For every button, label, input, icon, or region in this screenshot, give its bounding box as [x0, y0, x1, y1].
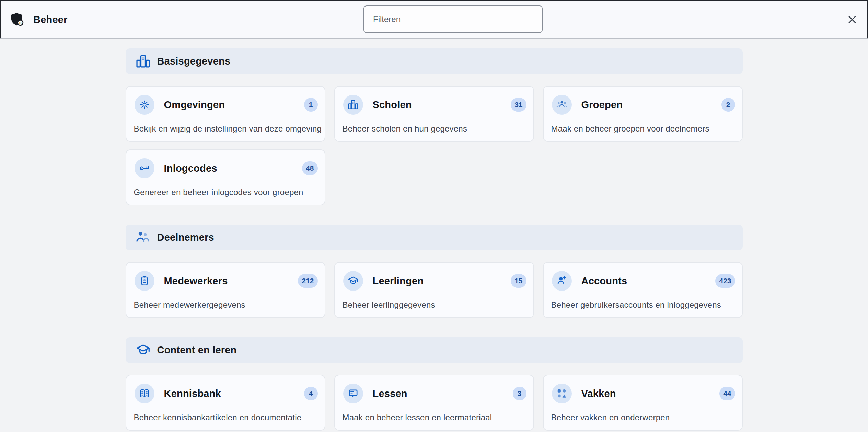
filter-input[interactable] — [363, 5, 543, 33]
card-description: Beheer medewerkergegevens — [134, 300, 245, 310]
card-header-row: Vakken 44 — [552, 384, 735, 403]
count-badge: 2 — [721, 98, 735, 112]
card-description: Genereer en beheer inlogcodes voor groep… — [134, 187, 303, 197]
card-kennisbank[interactable]: Kennisbank 4 Beheer kennisbankartikelen … — [126, 375, 325, 431]
presentation-icon — [343, 384, 363, 403]
card-scholen[interactable]: Scholen 31 Beheer scholen en hun gegeven… — [334, 86, 534, 142]
card-vakken[interactable]: Vakken 44 Beheer vakken en onderwerpen — [543, 375, 743, 431]
close-icon — [846, 14, 858, 26]
card-title: Groepen — [581, 99, 721, 111]
card-description: Beheer vakken en onderwerpen — [551, 413, 670, 422]
card-header-row: Leerlingen 15 — [343, 271, 526, 291]
count-badge: 48 — [302, 161, 317, 175]
svg-text:e: e — [19, 20, 22, 25]
section-content-en-leren: Content en leren Kennisbank 4 Beheer ken… — [126, 337, 743, 431]
section-header-basisgegevens: Basisgegevens — [126, 48, 743, 74]
card-title: Omgevingen — [164, 99, 304, 111]
card-header-row: Omgevingen 1 — [135, 95, 318, 115]
card-description: Maak en beheer lessen en leermateriaal — [343, 413, 492, 422]
card-title: Kennisbank — [164, 388, 304, 399]
card-description: Beheer gebruikersaccounts en inloggegeve… — [551, 300, 721, 310]
card-title: Leerlingen — [373, 275, 511, 287]
sun-icon — [135, 95, 154, 115]
card-grid: Omgevingen 1 Bekijk en wijzig de instell… — [126, 86, 743, 205]
count-badge: 423 — [715, 274, 735, 288]
count-badge: 3 — [513, 387, 526, 400]
count-badge: 15 — [511, 274, 526, 288]
card-grid: Medewerkers 212 Beheer medewerkergegeven… — [126, 262, 743, 318]
building-icon — [135, 54, 151, 69]
card-header-row: Kennisbank 4 — [135, 384, 318, 403]
card-medewerkers[interactable]: Medewerkers 212 Beheer medewerkergegeven… — [126, 262, 325, 318]
count-badge: 31 — [511, 98, 526, 112]
id-badge-icon — [135, 271, 154, 291]
section-header-content-en-leren: Content en leren — [126, 337, 743, 363]
card-leerlingen[interactable]: Leerlingen 15 Beheer leerlinggegevens — [334, 262, 534, 318]
key-icon — [135, 158, 154, 178]
sections-container: Basisgegevens Omgevingen 1 Bekijk en wij… — [126, 39, 743, 431]
card-title: Medewerkers — [164, 275, 298, 287]
person-plus-icon — [552, 271, 572, 291]
people-icon — [135, 230, 151, 246]
shapes-icon — [552, 384, 572, 403]
count-badge: 4 — [304, 387, 318, 400]
card-title: Scholen — [373, 99, 511, 111]
card-header-row: Medewerkers 212 — [135, 271, 318, 291]
count-badge: 1 — [304, 98, 318, 112]
card-grid: Kennisbank 4 Beheer kennisbankartikelen … — [126, 375, 743, 431]
card-description: Beheer leerlinggegevens — [343, 300, 435, 310]
card-inlogcodes[interactable]: Inlogcodes 48 Genereer en beheer inlogco… — [126, 149, 325, 205]
count-badge: 212 — [298, 274, 317, 288]
card-description: Beheer scholen en hun gegevens — [343, 124, 467, 134]
group-icon — [552, 95, 572, 115]
section-title: Deelnemers — [157, 232, 214, 243]
card-header-row: Inlogcodes 48 — [135, 158, 318, 178]
card-header-row: Groepen 2 — [552, 95, 735, 115]
card-title: Lessen — [373, 388, 513, 399]
graduation-cap-icon — [343, 271, 363, 291]
card-description: Beheer kennisbankartikelen en documentat… — [134, 413, 302, 422]
open-book-icon — [135, 384, 154, 403]
close-button[interactable] — [843, 10, 862, 30]
card-description: Maak en beheer groepen voor deelnemers — [551, 124, 709, 134]
card-title: Inlogcodes — [164, 163, 302, 174]
card-header-row: Scholen 31 — [343, 95, 526, 115]
app-branding: e Beheer — [1, 1, 68, 38]
card-accounts[interactable]: Accounts 423 Beheer gebruikersaccounts e… — [543, 262, 743, 318]
graduation-cap-icon — [135, 342, 151, 358]
section-deelnemers: Deelnemers Medewerkers 212 Beheer medewe… — [126, 225, 743, 318]
card-title: Vakken — [581, 388, 720, 399]
section-basisgegevens: Basisgegevens Omgevingen 1 Bekijk en wij… — [126, 48, 743, 205]
building-icon — [343, 95, 363, 115]
card-omgevingen[interactable]: Omgevingen 1 Bekijk en wijzig de instell… — [126, 86, 325, 142]
section-title: Content en leren — [157, 344, 237, 356]
card-header-row: Accounts 423 — [552, 271, 735, 291]
section-title: Basisgegevens — [157, 56, 231, 67]
content-area: Basisgegevens Omgevingen 1 Bekijk en wij… — [0, 39, 868, 431]
top-bar: e Beheer — [0, 1, 868, 39]
page-title: Beheer — [33, 14, 68, 25]
card-header-row: Lessen 3 — [343, 384, 526, 403]
shield-logo-icon: e — [11, 12, 24, 27]
card-title: Accounts — [581, 275, 716, 287]
card-lessen[interactable]: Lessen 3 Maak en beheer lessen en leerma… — [334, 375, 534, 431]
count-badge: 44 — [719, 387, 735, 400]
section-header-deelnemers: Deelnemers — [126, 225, 743, 250]
card-groepen[interactable]: Groepen 2 Maak en beheer groepen voor de… — [543, 86, 743, 142]
card-description: Bekijk en wijzig de instellingen van dez… — [134, 124, 322, 134]
